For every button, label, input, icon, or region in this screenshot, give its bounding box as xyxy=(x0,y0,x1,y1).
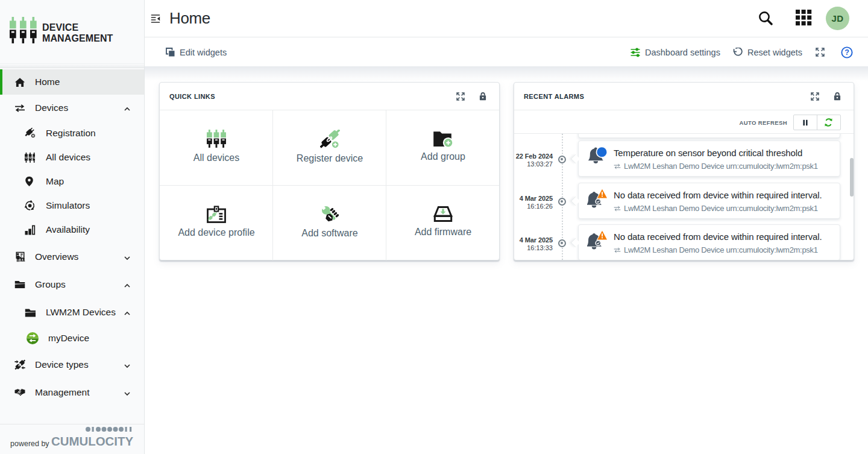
svg-text:?: ? xyxy=(844,48,849,57)
